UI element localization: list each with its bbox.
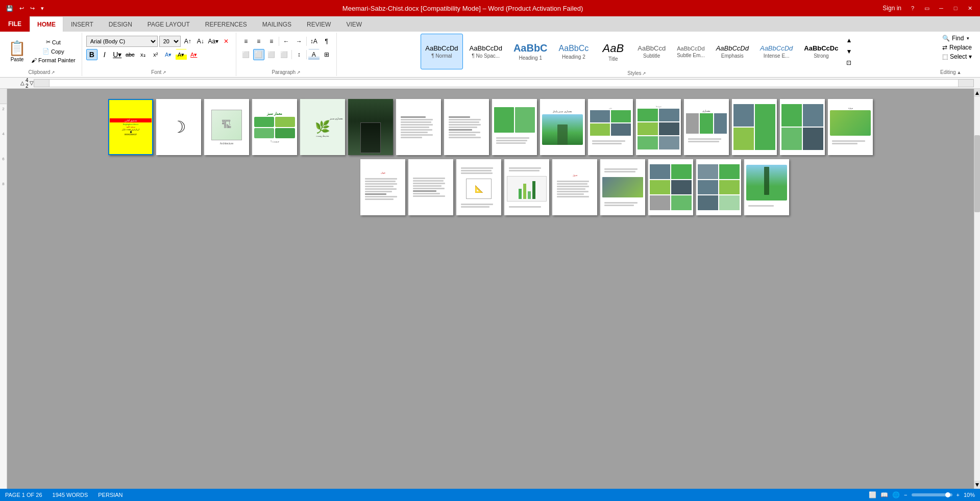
tab-review[interactable]: REVIEW — [299, 16, 338, 32]
show-hide-button[interactable]: ¶ — [321, 36, 332, 47]
ribbon-display-button[interactable]: ▭ — [921, 3, 933, 13]
help-button[interactable]: ? — [906, 3, 919, 13]
change-case-button[interactable]: Aa▾ — [208, 36, 219, 47]
page-thumb-7[interactable] — [396, 99, 441, 155]
page-thumb-16[interactable]: پروژه — [828, 99, 873, 155]
page-thumb-1[interactable]: تحقیق آنلاین Edghighsonline.ir مرجع دانل… — [108, 99, 153, 155]
tab-file[interactable]: FILE — [0, 16, 30, 32]
style-title[interactable]: AaB Title — [595, 34, 631, 69]
scroll-down-button[interactable]: ▼ — [974, 481, 980, 489]
save-icon[interactable]: 💾 — [4, 4, 15, 13]
page-thumb-10[interactable]: معماری سبز پایدار — [540, 99, 585, 155]
page-thumb-4[interactable]: معمار سبز چیست؟ — [252, 99, 297, 155]
style-heading2[interactable]: AaBbCc Heading 2 — [554, 34, 594, 69]
maximize-button[interactable]: □ — [949, 3, 962, 13]
page-thumb-3[interactable]: 🏗 Architecture — [204, 99, 249, 155]
document-area[interactable]: تحقیق آنلاین Edghighsonline.ir مرجع دانل… — [7, 89, 974, 489]
redo-icon[interactable]: ↪ — [28, 4, 37, 13]
close-button[interactable]: ✕ — [964, 3, 976, 13]
font-expand-icon[interactable]: ↗ — [162, 70, 166, 75]
bold-button[interactable]: B — [86, 49, 97, 60]
border-button[interactable]: ⊞ — [321, 49, 332, 60]
undo-icon[interactable]: ↩ — [17, 4, 26, 13]
style-emphasis[interactable]: AaBbCcDd Emphasis — [712, 34, 753, 69]
page-thumb-22[interactable] — [600, 159, 645, 215]
zoom-thumb[interactable] — [945, 492, 950, 497]
zoom-level[interactable]: 10% — [964, 492, 975, 498]
bullets-button[interactable]: ≡ — [240, 36, 252, 47]
styles-scroll[interactable]: ▲ ▼ ⊡ — [845, 37, 853, 66]
zoom-slider[interactable] — [912, 493, 952, 496]
copy-button[interactable]: 📄 Copy — [29, 47, 78, 56]
paste-button[interactable]: 📋 Paste — [6, 39, 28, 63]
tab-references[interactable]: REFERENCES — [198, 16, 255, 32]
sort-button[interactable]: ↕A — [308, 36, 320, 47]
tab-insert[interactable]: INSERT — [63, 16, 101, 32]
superscript-button[interactable]: x² — [150, 49, 161, 60]
strikethrough-button[interactable]: abc — [125, 49, 136, 60]
style-normal[interactable]: AaBbCcDd ¶ Normal — [421, 34, 462, 69]
multilevel-button[interactable]: ≡ — [266, 36, 277, 47]
vertical-scrollbar[interactable]: ▲ ▼ — [974, 89, 980, 489]
tab-page-layout[interactable]: PAGE LAYOUT — [140, 16, 198, 32]
page-thumb-21[interactable]: جدول — [552, 159, 597, 215]
find-dropdown-icon[interactable]: ▾ — [967, 36, 969, 41]
text-highlight-button[interactable]: A▾ — [176, 49, 187, 60]
increase-font-button[interactable]: A↑ — [182, 36, 193, 47]
justify-button[interactable]: ⬜ — [279, 49, 290, 60]
font-name-select[interactable]: Arial (Body C) — [86, 36, 158, 47]
scroll-thumb[interactable] — [974, 135, 980, 212]
increase-indent-button[interactable]: → — [293, 36, 305, 47]
tab-home[interactable]: HOME — [30, 16, 63, 32]
line-spacing-button[interactable]: ↕ — [293, 49, 305, 60]
page-thumb-17[interactable]: عنوان — [360, 159, 405, 215]
page-thumb-14[interactable] — [732, 99, 777, 155]
page-thumb-15[interactable] — [780, 99, 825, 155]
sign-in-button[interactable]: Sign in — [879, 4, 904, 13]
page-thumb-20[interactable] — [504, 159, 549, 215]
page-thumb-24[interactable] — [696, 159, 741, 215]
zoom-out-icon[interactable]: − — [904, 492, 907, 498]
tab-view[interactable]: VIEW — [338, 16, 370, 32]
style-subtle-emphasis[interactable]: AaBbCcDd Subtle Em... — [672, 34, 709, 69]
replace-button[interactable]: ⇄ Replace — [940, 43, 975, 52]
paragraph-expand-icon[interactable]: ↗ — [297, 70, 301, 75]
clear-format-button[interactable]: ✕ — [220, 36, 232, 47]
zoom-in-icon[interactable]: + — [957, 492, 960, 498]
view-reading-icon[interactable]: 📖 — [880, 491, 888, 498]
tab-mailings[interactable]: MAILINGS — [255, 16, 299, 32]
numbering-button[interactable]: ≡ — [253, 36, 264, 47]
styles-expand-icon[interactable]: ⊡ — [846, 59, 851, 66]
page-thumb-23[interactable] — [648, 159, 693, 215]
editing-collapse-icon[interactable]: ▲ — [957, 70, 962, 75]
page-thumb-2[interactable]: ☽ — [156, 99, 201, 155]
find-button[interactable]: 🔍 Find ▾ — [940, 34, 975, 43]
style-heading1[interactable]: AaBbC Heading 1 — [509, 34, 552, 69]
clipboard-expand-icon[interactable]: ↗ — [51, 70, 55, 75]
customize-qat-icon[interactable]: ▾ — [39, 4, 46, 13]
font-size-select[interactable]: 20 — [159, 36, 181, 47]
page-thumb-8[interactable] — [444, 99, 489, 155]
view-web-icon[interactable]: 🌐 — [892, 491, 900, 498]
view-normal-icon[interactable]: ⬜ — [869, 491, 876, 498]
indent-marker-top[interactable]: △ — [20, 80, 24, 86]
text-effects-button[interactable]: A▾ — [163, 49, 174, 60]
page-thumb-9[interactable] — [492, 99, 537, 155]
subscript-button[interactable]: x₂ — [137, 49, 149, 60]
select-button[interactable]: ⬚ Select ▾ — [940, 52, 975, 61]
scroll-up-button[interactable]: ▲ — [974, 89, 980, 97]
italic-button[interactable]: I — [99, 49, 110, 60]
page-thumb-5[interactable]: معماری سبز 🌿 محیط زیست — [300, 99, 345, 155]
page-thumb-13[interactable]: معماری — [684, 99, 729, 155]
style-no-space[interactable]: AaBbCcDd ¶ No Spac... — [465, 34, 507, 69]
align-center-button[interactable]: ⬜ — [253, 49, 264, 60]
align-right-button[interactable]: ⬜ — [266, 49, 277, 60]
align-left-button[interactable]: ⬜ — [240, 49, 252, 60]
page-thumb-6[interactable] — [348, 99, 393, 155]
page-thumb-18[interactable] — [408, 159, 453, 215]
font-color-button[interactable]: A▾ — [188, 49, 200, 60]
decrease-indent-button[interactable]: ← — [281, 36, 292, 47]
underline-button[interactable]: U▾ — [112, 49, 123, 60]
indent-marker-bottom[interactable]: ▽ — [30, 80, 34, 86]
tab-design[interactable]: DESIGN — [101, 16, 140, 32]
